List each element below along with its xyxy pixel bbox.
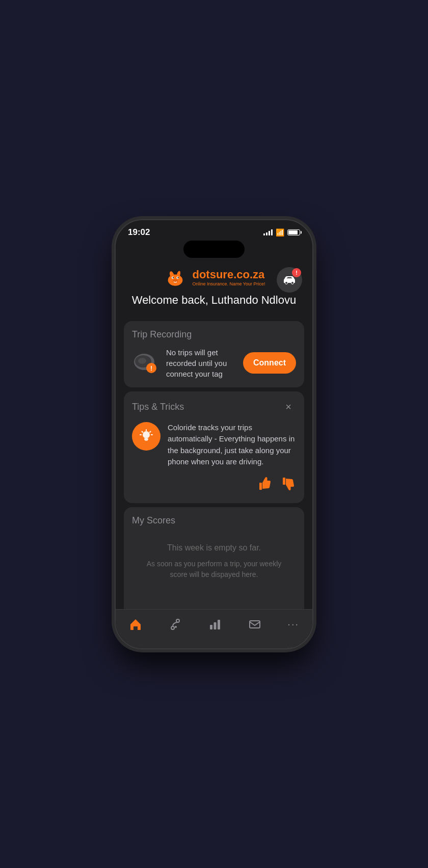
svg-point-8 (285, 281, 288, 284)
dotsure-brand: dotsure.co.za (192, 268, 265, 281)
svg-point-15 (143, 431, 150, 438)
tips-tricks-title: Tips & Tricks (132, 402, 184, 412)
nav-item-trips[interactable] (160, 616, 190, 633)
status-time: 19:02 (128, 227, 150, 238)
svg-rect-17 (145, 440, 148, 441)
svg-rect-47 (218, 620, 220, 629)
phone-screen: 19:02 📶 (116, 220, 312, 648)
battery-icon (287, 229, 300, 235)
trip-recording-title: Trip Recording (132, 329, 296, 340)
home-icon (129, 618, 142, 631)
thumbs-down-button[interactable] (281, 476, 296, 495)
nav-item-more[interactable]: ··· (279, 616, 307, 632)
svg-point-6 (173, 277, 174, 278)
thumbs-up-button[interactable] (257, 476, 273, 495)
nav-item-mail[interactable] (240, 616, 270, 633)
tips-header: Tips & Tricks × (132, 400, 296, 415)
car-notification-button[interactable]: ! (277, 267, 302, 293)
trips-icon (169, 618, 182, 631)
logo-area: dotsure.co.za Online Insurance. Name You… (163, 267, 265, 287)
svg-point-9 (291, 281, 294, 284)
svg-point-12 (138, 358, 146, 364)
status-icons: 📶 (263, 228, 300, 236)
trip-recording-content: ! No trips will get recorded until you c… (132, 347, 296, 379)
scores-empty-state: This week is empty so far. As soon as yo… (132, 533, 296, 585)
svg-rect-45 (210, 625, 212, 629)
tips-message: Coloride tracks your trips automatically… (168, 422, 296, 468)
phone-frame: 19:02 📶 (115, 219, 313, 649)
trip-recording-card: Trip Recording ! No trips will get recor… (124, 321, 304, 387)
dynamic-island (183, 241, 245, 258)
stats-icon (208, 618, 222, 631)
connect-button[interactable]: Connect (243, 352, 296, 374)
battery-fill (288, 230, 298, 234)
header: dotsure.co.za Online Insurance. Name You… (116, 262, 312, 317)
svg-text:!: ! (150, 365, 152, 372)
welcome-message: Welcome back, Luthando Ndlovu (132, 294, 296, 307)
tips-tricks-card: Tips & Tricks × Coloride t (124, 391, 304, 503)
nav-item-stats[interactable] (200, 616, 230, 633)
rabbit-logo-icon (163, 267, 188, 287)
signal-icon (263, 229, 273, 235)
trip-recording-message: No trips will get recorded until you con… (166, 347, 237, 379)
dotsure-domain: .co.za (233, 268, 264, 281)
bottom-nav: ··· (116, 609, 312, 648)
my-scores-title: My Scores (132, 515, 296, 526)
scores-empty-title: This week is empty so far. (142, 543, 286, 553)
svg-rect-48 (250, 621, 260, 628)
notification-badge: ! (292, 268, 301, 277)
dotsure-tagline: Online Insurance. Name Your Price! (192, 281, 265, 286)
scores-empty-description: As soon as you perform a trip, your week… (142, 559, 286, 580)
wifi-icon: 📶 (276, 228, 284, 236)
svg-point-44 (175, 626, 177, 628)
svg-point-7 (178, 277, 179, 278)
dotsure-name: dotsure (192, 268, 233, 281)
lightbulb-icon (132, 422, 160, 451)
svg-rect-16 (144, 438, 148, 440)
svg-line-20 (150, 431, 151, 432)
status-bar: 19:02 📶 (116, 220, 312, 241)
mail-icon (248, 618, 261, 631)
more-icon: ··· (287, 618, 299, 630)
nav-item-home[interactable] (121, 616, 150, 633)
svg-line-19 (142, 431, 143, 432)
close-tips-button[interactable]: × (281, 400, 296, 415)
dotsure-text: dotsure.co.za Online Insurance. Name You… (192, 268, 265, 286)
tips-content: Coloride tracks your trips automatically… (132, 422, 296, 468)
tag-icon: ! (132, 352, 160, 375)
svg-rect-46 (213, 622, 216, 629)
feedback-buttons (132, 476, 296, 495)
